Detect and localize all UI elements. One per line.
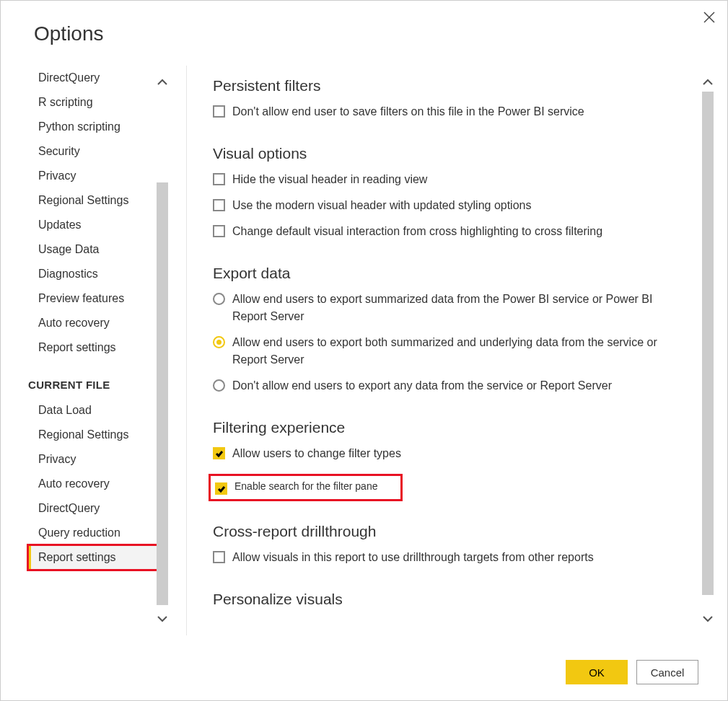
sidebar-item-report-settings[interactable]: Report settings (28, 335, 158, 360)
checkbox-cross-filtering[interactable] (213, 225, 225, 237)
close-icon[interactable] (703, 11, 716, 24)
cancel-button[interactable]: Cancel (636, 660, 698, 684)
sidebar-item-updates[interactable]: Updates (28, 213, 158, 237)
checkbox-change-filter-types[interactable] (213, 447, 225, 459)
ok-button[interactable]: OK (566, 660, 628, 684)
heading-export-data: Export data (213, 265, 696, 282)
sidebar-item-cf-auto-recovery[interactable]: Auto recovery (28, 472, 158, 496)
dialog-footer: OK Cancel (566, 660, 698, 684)
checkbox-cross-report-drillthrough[interactable] (213, 551, 225, 563)
sidebar-item-cf-regional-settings[interactable]: Regional Settings (28, 423, 158, 447)
checkbox-modern-visual-header[interactable] (213, 199, 225, 211)
chevron-up-icon[interactable] (152, 70, 173, 94)
main-scrollbar[interactable] (697, 66, 719, 635)
sidebar-item-usage-data[interactable]: Usage Data (28, 237, 158, 262)
sidebar-scrollbar[interactable] (152, 66, 173, 635)
scrollbar-thumb[interactable] (157, 182, 168, 605)
sidebar-item-regional-settings[interactable]: Regional Settings (28, 188, 158, 213)
label-export-summarized: Allow end users to export summarized dat… (232, 291, 667, 325)
chevron-down-icon[interactable] (697, 607, 719, 631)
sidebar-item-cf-privacy[interactable]: Privacy (28, 447, 158, 472)
chevron-up-icon[interactable] (697, 70, 719, 94)
label-export-none: Don't allow end users to export any data… (232, 377, 612, 394)
heading-cross-report: Cross-report drillthrough (213, 523, 696, 540)
sidebar-item-auto-recovery[interactable]: Auto recovery (28, 311, 158, 335)
checkbox-persistent-filters[interactable] (213, 105, 225, 118)
label-modern-visual-header: Use the modern visual header with update… (232, 197, 531, 214)
label-change-filter-types: Allow users to change filter types (232, 445, 401, 462)
heading-persistent-filters: Persistent filters (213, 77, 696, 94)
highlight-enable-search: Enable search for the filter pane (209, 474, 403, 501)
sidebar-item-r-scripting[interactable]: R scripting (28, 90, 158, 115)
radio-export-none[interactable] (213, 379, 225, 392)
dialog-title: Options (34, 22, 727, 45)
sidebar-item-directquery[interactable]: DirectQuery (28, 66, 158, 90)
checkbox-enable-search-filter-pane[interactable] (215, 482, 227, 495)
heading-personalize-visuals: Personalize visuals (213, 591, 696, 608)
sidebar-item-security[interactable]: Security (28, 139, 158, 164)
chevron-down-icon[interactable] (152, 607, 173, 631)
main-panel: Persistent filters Don't allow end user … (187, 66, 727, 635)
sidebar-item-diagnostics[interactable]: Diagnostics (28, 262, 158, 286)
sidebar-item-privacy[interactable]: Privacy (28, 164, 158, 188)
label-cross-report-drillthrough: Allow visuals in this report to use dril… (232, 549, 594, 566)
radio-export-both[interactable] (213, 336, 225, 348)
sidebar-item-python-scripting[interactable]: Python scripting (28, 115, 158, 139)
label-cross-filtering: Change default visual interaction from c… (232, 223, 602, 240)
sidebar-item-cf-query-reduction[interactable]: Query reduction (28, 521, 158, 545)
label-enable-search-filter-pane: Enable search for the filter pane (234, 480, 377, 492)
sidebar-item-preview-features[interactable]: Preview features (28, 286, 158, 311)
heading-visual-options: Visual options (213, 145, 696, 162)
sidebar: DirectQuery R scripting Python scripting… (1, 66, 187, 635)
label-export-both: Allow end users to export both summarize… (232, 334, 667, 369)
sidebar-item-cf-directquery[interactable]: DirectQuery (28, 496, 158, 521)
label-persistent-filters: Don't allow end user to save filters on … (232, 103, 584, 120)
heading-filtering-experience: Filtering experience (213, 419, 696, 436)
radio-export-summarized[interactable] (213, 293, 225, 305)
scrollbar-thumb[interactable] (702, 92, 714, 595)
sidebar-item-cf-report-settings[interactable]: Report settings (28, 545, 158, 570)
label-hide-visual-header: Hide the visual header in reading view (232, 171, 427, 188)
sidebar-item-cf-data-load[interactable]: Data Load (28, 398, 158, 423)
content-area: DirectQuery R scripting Python scripting… (1, 66, 727, 635)
checkbox-hide-visual-header[interactable] (213, 173, 225, 185)
